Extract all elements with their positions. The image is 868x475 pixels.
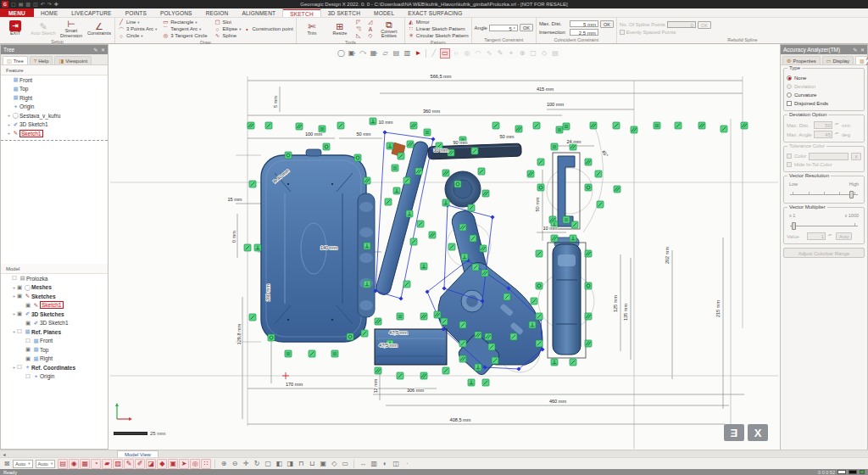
constraint-marker[interactable] (459, 224, 466, 231)
sketch-toolbar-button[interactable]: ◠ (473, 48, 483, 59)
right-panel-tab[interactable]: ▥ Accuracy Analy... (855, 56, 868, 64)
sketch-toolbar-button[interactable]: ⌖ (506, 48, 516, 59)
constraint-marker[interactable] (337, 122, 344, 129)
constraint-marker[interactable] (570, 143, 576, 150)
feature-tree-item[interactable]: ⌖ Origin (1, 103, 108, 112)
constraint-marker[interactable] (485, 333, 492, 340)
dimension-label[interactable]: 408,5 mm (450, 417, 471, 422)
dimension-label[interactable]: 306 mm (407, 388, 425, 393)
feature-tree-item[interactable]: ▦ Right (1, 93, 108, 103)
view-toolbar-button[interactable]: ◠▾ (358, 48, 368, 59)
ribbon-tab[interactable]: 3D SKETCH (321, 8, 367, 17)
constraint-marker[interactable] (515, 126, 522, 132)
draw-tool-button[interactable]: ▢ Slot (214, 19, 242, 25)
constraint-marker[interactable] (563, 216, 570, 223)
constraint-marker[interactable] (387, 142, 393, 149)
view-nav-button[interactable]: ◨ (285, 459, 295, 469)
constraint-marker[interactable] (585, 184, 592, 191)
smart-dimension-button[interactable]: ⊢ Smart Dimension (58, 19, 84, 38)
model-tree-item[interactable]: ▣ ✐ 3D Sketch1 (1, 319, 108, 328)
dimension-label[interactable]: 135 mm (623, 304, 628, 321)
constraint-marker[interactable] (407, 141, 414, 148)
constraint-marker[interactable] (471, 148, 478, 154)
constraint-marker[interactable] (585, 159, 592, 165)
dimension-label[interactable]: 90 mm (453, 140, 467, 145)
constraint-marker[interactable] (556, 126, 563, 133)
model-tree-item[interactable]: ☐ ▦ Front (1, 337, 108, 346)
draw-tool-button[interactable]: ⌒ Tangent Arc ▾ (162, 25, 209, 32)
constraint-marker[interactable] (249, 181, 256, 187)
quick-access-icon[interactable]: ▤ (19, 0, 24, 8)
feature-tree-item[interactable]: ▦ Front (1, 75, 108, 85)
dimension-label[interactable]: 47,5 mm (379, 343, 398, 348)
display-toggle-button[interactable]: ◎ (190, 459, 200, 469)
visibility-checkbox[interactable]: ▣ (25, 302, 32, 309)
constraint-marker[interactable] (472, 264, 479, 271)
right-panel-tab[interactable]: ▭ Display (822, 56, 854, 64)
model-tree-item[interactable]: + ☐ ⌖ Ref. Coordinates (1, 363, 108, 372)
constraint-marker[interactable] (531, 298, 537, 305)
tool-mini-button[interactable]: ◇ (367, 32, 374, 39)
constraint-marker[interactable] (536, 282, 542, 289)
visibility-checkbox[interactable]: ☐ (25, 373, 32, 380)
constraint-marker[interactable] (475, 332, 481, 338)
constraint-marker[interactable] (249, 314, 256, 321)
constraint-marker[interactable] (361, 330, 368, 337)
dimension-label[interactable]: 460 mm (549, 399, 567, 404)
dimension-label[interactable]: 24 mm (566, 139, 581, 144)
construction-point-button[interactable]: • Construction point (243, 26, 292, 32)
model-tree-item[interactable]: ▣ ✎ Sketch1 (1, 301, 108, 310)
constraint-marker[interactable] (410, 238, 417, 245)
pattern-tool-button[interactable]: ◭ Mirror (408, 19, 469, 25)
dimension-label[interactable]: 50 mm (499, 134, 514, 139)
constraint-marker[interactable] (461, 254, 468, 260)
constraint-marker[interactable] (375, 367, 381, 374)
constraint-marker[interactable] (364, 243, 370, 249)
constraint-marker[interactable] (510, 333, 517, 340)
constraint-marker[interactable] (571, 221, 578, 228)
constraint-marker[interactable] (420, 263, 427, 270)
constraint-marker[interactable] (442, 367, 449, 374)
constraint-marker[interactable] (536, 313, 542, 320)
feature-tree-item[interactable]: + ✎ Sketch1 (1, 129, 108, 138)
ribbon-tab[interactable]: POINTS (119, 8, 153, 17)
ribbon-tab[interactable]: POLYGONS (153, 8, 199, 17)
view-nav-button[interactable]: ◇ (329, 459, 339, 469)
constraint-marker[interactable] (448, 243, 455, 250)
constraint-marker[interactable] (482, 190, 489, 197)
visibility-checkbox[interactable]: ▣ (17, 310, 24, 317)
constraint-marker[interactable] (675, 122, 682, 129)
sketch-toolbar-button[interactable]: ╱ (429, 48, 439, 59)
feature-tree-item[interactable]: + ◯ Sestava_v_kufru (1, 111, 108, 120)
constraint-marker[interactable] (254, 244, 261, 251)
dimension-label[interactable]: 129,8 mm (236, 323, 242, 344)
dimension-label[interactable]: 12 mm (373, 378, 378, 393)
ribbon-tab[interactable]: LIVECAPTURE (64, 8, 118, 17)
constraint-marker[interactable] (296, 123, 303, 130)
constraint-marker[interactable] (585, 250, 592, 257)
tool-mini-button[interactable]: ◿ (367, 19, 374, 25)
display-toggle-button[interactable]: ◆ (157, 459, 167, 469)
tool-mini-button[interactable]: ◹ (355, 25, 362, 32)
pattern-tool-button[interactable]: ✳ Circular Sketch Pattern (408, 32, 469, 39)
constraint-marker[interactable] (354, 154, 361, 161)
constraint-marker[interactable] (285, 350, 292, 357)
constraints-button[interactable]: ∠ Constraints (86, 21, 112, 36)
auto-sketch-button[interactable]: ✎ Auto Sketch (31, 21, 56, 36)
display-toggle-button[interactable]: ◪ (146, 459, 156, 469)
close-icon[interactable]: ✕ (860, 48, 865, 53)
sketch-toolbar-button[interactable]: ▤ (550, 48, 560, 59)
dimension-label[interactable]: 125 mm (613, 295, 618, 313)
draw-tool-button[interactable]: ○ Ellipse ▾ (214, 25, 242, 32)
constraint-marker[interactable] (448, 149, 454, 156)
tangent-ok-button[interactable]: OK (520, 24, 533, 31)
model-tree-item[interactable]: ▣ ▦ Top (1, 345, 108, 355)
constraint-marker[interactable] (468, 379, 475, 386)
tab-scroll-left-icon[interactable]: ◂ (0, 451, 8, 457)
constraint-marker[interactable] (415, 168, 422, 175)
constraint-marker[interactable] (268, 334, 275, 341)
constraint-marker[interactable] (420, 372, 427, 379)
ribbon-tab[interactable]: EXACT SURFACING (401, 8, 469, 17)
view-toolbar-button[interactable]: ► (413, 48, 423, 59)
dimension-label[interactable]: 100 mm (305, 131, 323, 137)
